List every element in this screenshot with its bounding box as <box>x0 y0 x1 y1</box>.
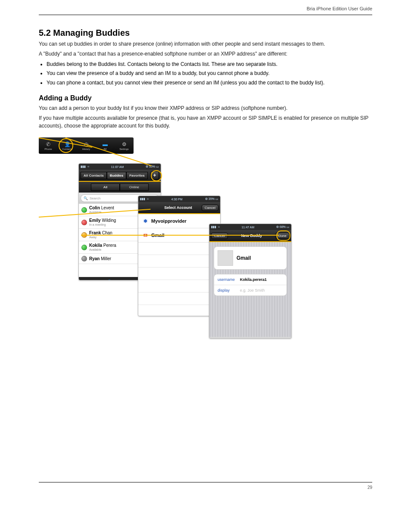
account-name: Gmail <box>237 255 251 261</box>
bullet-1: Buddies belong to the Buddies list. Cont… <box>47 61 372 68</box>
bb-contacts[interactable]: 👤Contacts <box>100 277 120 280</box>
search-placeholder: Search <box>90 196 100 200</box>
section-title: 5.2 Managing Buddies <box>39 28 372 38</box>
screenshots-region: ✆Phone 👤Contacts ◷History ▬IM ⚙Settings … <box>39 137 372 353</box>
tab-settings[interactable]: ⚙Settings <box>115 137 134 154</box>
username-field[interactable]: username Kokila.perera1 <box>214 274 286 285</box>
page-number: 29 <box>367 485 372 490</box>
presence-icon <box>81 207 87 213</box>
settings-icon: ⚙ <box>121 141 128 148</box>
subsection-title: Adding a Buddy <box>39 94 372 102</box>
seg-buddies[interactable]: Buddies <box>107 172 127 179</box>
status-bar: ▮▮▮⌔ 11:07 AM ⚙55% ▭ <box>79 164 161 170</box>
s1-navbar: All Contacts Buddies Favorites + <box>79 170 161 182</box>
tab-history[interactable]: ◷History <box>77 137 96 154</box>
wifi-icon: ⌔ <box>218 226 220 229</box>
tabbar-screenshot: ✆Phone 👤Contacts ◷History ▬IM ⚙Settings <box>39 137 134 154</box>
search-icon: 🔍 <box>84 196 88 200</box>
sip-account-icon: ✱ <box>142 218 149 224</box>
filter-all[interactable]: All <box>91 184 120 191</box>
doc-header: Bria iPhone Edition User Guide <box>39 6 372 11</box>
phone-icon: ✆ <box>45 141 52 148</box>
add-buddy-button[interactable]: + <box>150 171 159 180</box>
wifi-icon: ⌔ <box>87 165 89 168</box>
cancel-button[interactable]: Cancel <box>211 233 228 239</box>
cancel-button[interactable]: Cancel <box>202 205 218 211</box>
wifi-icon: ⌔ <box>147 198 149 201</box>
done-button[interactable]: Done <box>275 233 290 239</box>
tab-im[interactable]: ▬IM <box>96 137 115 154</box>
footer-rule <box>39 482 372 482</box>
account-row[interactable]: ✉ Gmail <box>138 228 220 243</box>
sub-2: If you have multiple accounts available … <box>39 115 372 130</box>
tab-contacts[interactable]: 👤Contacts <box>58 137 77 154</box>
avatar <box>218 250 233 266</box>
status-time: 4:30 PM <box>171 198 182 201</box>
filter-segmented: All Online <box>79 182 161 193</box>
s2-navbar: Select Account Cancel <box>138 202 220 214</box>
top-segmented: All Contacts Buddies Favorites <box>81 172 150 179</box>
im-icon: ▬ <box>102 141 109 148</box>
fields-card: username Kokila.perera1 display e.g. Joe… <box>214 274 287 296</box>
tab-phone[interactable]: ✆Phone <box>39 137 58 154</box>
header-rule <box>39 15 372 15</box>
status-bar: ▮▮▮⌔ 4:30 PM ⚙35% ▭ <box>138 196 220 202</box>
phone-icon: ✆ <box>87 280 91 281</box>
seg-favorites[interactable]: Favorites <box>126 172 148 179</box>
status-time: 11:47 AM <box>242 226 255 229</box>
status-bar: ▮▮▮⌔ 11:47 AM ⚙68% ▭ <box>209 224 291 230</box>
history-icon: ◷ <box>83 141 90 148</box>
history-icon: ◷ <box>128 280 132 281</box>
contacts-icon: 👤 <box>64 141 71 148</box>
intro-1: You can set up buddies in order to share… <box>39 40 372 48</box>
status-time: 11:07 AM <box>111 165 124 168</box>
intro-2: A "Buddy" and a "contact that has a pres… <box>39 50 372 58</box>
nav-title: Select Account <box>155 205 202 210</box>
screenshot-new-buddy: ▮▮▮⌔ 11:47 AM ⚙68% ▭ Cancel New Buddy Do… <box>209 224 292 339</box>
account-row[interactable]: ✱ Myvoipprovider <box>138 214 220 228</box>
bullet-2: You can view the presence of a buddy and… <box>47 70 372 77</box>
bullet-3: You can phone a contact, but you cannot … <box>47 79 372 87</box>
sub-1: You can add a person to your buddy list … <box>39 105 372 112</box>
account-card: Gmail <box>214 246 287 270</box>
presence-icon <box>81 220 87 225</box>
status-battery: ⚙68% ▭ <box>276 225 290 229</box>
display-field[interactable]: display e.g. Joe Smith <box>214 285 286 296</box>
signal-icon: ▮▮▮ <box>140 197 145 201</box>
status-battery: ⚙35% ▭ <box>205 197 218 201</box>
signal-icon: ▮▮▮ <box>81 165 86 168</box>
gmail-icon: ✉ <box>142 232 149 239</box>
bb-history[interactable]: ◷History <box>120 277 140 280</box>
screenshot-select-account: ▮▮▮⌔ 4:30 PM ⚙35% ▭ Select Account Cance… <box>138 196 221 316</box>
signal-icon: ▮▮▮ <box>211 225 216 229</box>
s3-navbar: Cancel New Buddy Done <box>209 230 291 242</box>
status-battery: ⚙55% ▭ <box>146 165 159 168</box>
filter-online[interactable]: Online <box>120 184 149 191</box>
presence-icon <box>81 256 87 261</box>
presence-icon <box>81 232 87 238</box>
nav-title: New Buddy <box>228 233 275 238</box>
presence-icon <box>81 245 87 250</box>
contacts-icon: 👤 <box>106 280 112 281</box>
seg-all-contacts[interactable]: All Contacts <box>81 172 107 179</box>
bb-phone[interactable]: ✆Phone <box>79 277 100 280</box>
